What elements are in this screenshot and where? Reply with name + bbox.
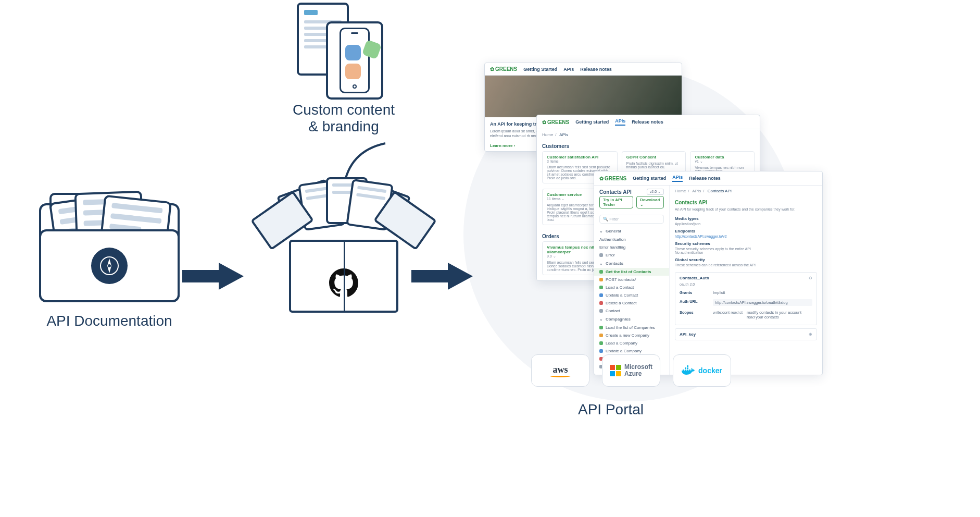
try-in-tester-button[interactable]: Try in API Tester [599,196,633,208]
api-card-meta: 3 items [547,159,613,163]
sidebar-item[interactable]: Get the list of Contacts [594,268,669,276]
svg-rect-11 [687,367,688,369]
sidebar-item[interactable]: Load the list of Companies [594,324,669,331]
section-customers: Customers [542,143,755,149]
endpoints-value: http://contactsAPI.swagger.io/v2 [675,235,817,238]
crumb-apis[interactable]: APIs [692,189,701,193]
api-card-title: GDPR Consent [626,155,682,159]
sidebar-item[interactable]: Contact [594,307,669,315]
nav-apis[interactable]: APIs [615,118,625,126]
deploy-targets: aws Microsoft Azure docker [531,354,731,387]
api-key-box[interactable]: API_key ⊕ [675,328,817,340]
brand-name: GREENS [605,176,626,181]
hero-image [485,76,682,117]
nav-apis[interactable]: APIs [672,175,683,182]
api-documentation-label: API Documentation [46,313,172,329]
azure-label: Azure [624,371,652,377]
group-contacts[interactable]: ⌄ Contacts [594,259,669,268]
api-portal-stage: ✿ GREENS Getting Started APIs Release no… [474,63,807,344]
api-card-title: Customer data [695,155,750,159]
filter-placeholder: Filter [609,217,619,221]
api-portal-label: API Portal [578,401,644,418]
group-general[interactable]: ⌄ General [594,227,669,236]
aws-label: aws [552,364,568,375]
sidebar-item[interactable]: POST /contacts/ [594,276,669,284]
custom-content-stage: Custom content & branding [250,3,437,135]
github-icon [328,267,360,299]
global-security-heading: Global security [675,257,817,262]
sidebar-item[interactable]: Authentication [594,236,669,243]
api-sidebar: Contacts API v2.0 ⌄ Try in API Tester Do… [594,186,670,375]
sidebar-item[interactable]: Delete a Contact [594,299,669,307]
nav-apis[interactable]: APIs [563,67,574,72]
crumb-home[interactable]: Home [675,189,686,193]
sidebar-item[interactable]: Load a Company [594,339,669,347]
folder-icon [39,193,180,302]
nav-getting-started[interactable]: Getting started [575,119,609,125]
breadcrumb: Home/ APIs/ Contacts API [670,186,822,196]
api-detail-title: Contacts API [675,200,817,205]
security-schemes-sub: These security schemes apply to the enti… [675,247,817,251]
api-main-panel: Home/ APIs/ Contacts API Contacts API An… [670,186,822,375]
sidebar-item[interactable]: Update a Company [594,347,669,355]
arrow-right-icon [411,261,474,292]
endpoints-heading: Endpoints [675,229,817,233]
api-title: Contacts API [599,189,632,195]
expand-icon[interactable]: ⊕ [809,332,812,337]
sidebar-item[interactable]: Create a new Company [594,331,669,339]
group-companies[interactable]: ⌄ Compagnies [594,315,669,324]
portal-api-detail-mock: ✿ GREENS Getting started APIs Release no… [594,171,823,375]
breadcrumb: Home/ APIs [537,129,760,140]
brand-name: GREENS [547,119,569,125]
aws-tile: aws [531,354,589,387]
sidebar-item[interactable]: Load a Contact [594,284,669,291]
api-card-text: Proin facilisis dignissim enim, ut finib… [626,162,682,169]
sidebar-item[interactable]: Error handling [594,243,669,251]
security-schemes-heading: Security schemes [675,241,817,246]
svg-point-2 [108,264,111,267]
package-box-stage [245,193,443,313]
authurl-key: Auth URL [680,299,708,306]
scope-name: write:cont read:ct [713,310,743,319]
portal-screenshots: ✿ GREENS Getting Started APIs Release no… [484,63,797,344]
security-none: No authentication [675,251,817,254]
microsoft-icon [610,365,621,376]
nav-getting-started[interactable]: Getting Started [523,67,557,72]
custom-content-label-2: & branding [308,118,379,135]
svg-marker-4 [182,263,244,290]
crumb-home[interactable]: Home [542,132,553,137]
media-types-heading: Media types [675,216,817,221]
custom-content-icon [292,3,396,96]
nav-release-notes[interactable]: Release notes [632,119,663,125]
docker-label: docker [698,366,722,375]
arrow-right-icon [182,261,245,292]
svg-rect-12 [687,365,688,367]
crumb-apis: APIs [559,132,568,137]
auth-scheme-box: Contacts_Auth ⊖ oauth 2.0 GrantsImplicit… [675,272,817,325]
nav-release-notes[interactable]: Release notes [580,67,612,72]
brand-logo: ✿ GREENS [542,119,569,125]
api-documentation-stage: API Documentation [21,193,198,329]
api-card-title: Customer satisfaction API [547,155,613,159]
api-card-meta: v1 ⌄ [695,159,750,164]
scopes-key: Scopes [680,310,708,319]
nav-getting-started[interactable]: Getting started [633,176,666,181]
filter-input[interactable]: 🔍 Filter [599,215,664,224]
custom-content-label-1: Custom content [293,102,395,118]
collapse-icon[interactable]: ⊖ [809,276,812,280]
brand-name: GREENS [495,66,517,72]
docker-icon [682,365,695,376]
api-detail-desc: An API for keeping track of your contact… [670,207,822,211]
scope-desc: modify contacts in your account [747,310,801,315]
nav-release-notes[interactable]: Release notes [689,176,721,181]
sidebar-item[interactable]: Update a Contact [594,291,669,299]
crumb-current: Contacts API [708,189,732,193]
grants-key: Grants [680,290,708,295]
open-box-icon [260,193,427,313]
sidebar-item[interactable]: Error [594,251,669,259]
svg-rect-10 [685,367,686,369]
compass-icon [91,248,128,284]
version-selector[interactable]: v2.0 ⌄ [647,189,664,195]
grants-value: Implicit [713,290,812,295]
download-button[interactable]: Download ⌄ [636,196,664,208]
